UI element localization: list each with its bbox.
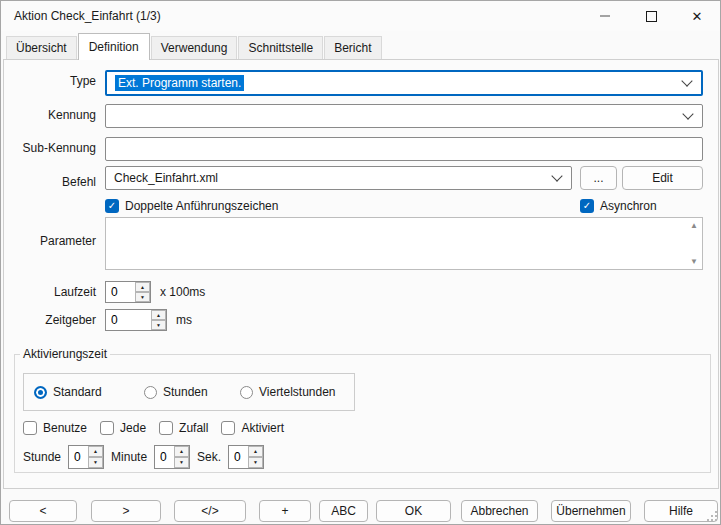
aktiviert-checkbox[interactable]: Aktiviert [221, 421, 284, 435]
zufall-checkbox-label: Zufall [179, 421, 208, 435]
sub-kennung-label: Sub-Kennung [4, 141, 96, 155]
radio-viertelstunden-label: Viertelstunden [259, 385, 336, 399]
type-combobox[interactable]: Ext. Programm starten. [105, 70, 703, 96]
checkbox-unchecked-icon [221, 421, 235, 435]
radio-unselected-icon [144, 386, 157, 399]
spin-down-icon[interactable]: ▼ [174, 457, 189, 468]
stunde-input[interactable] [69, 446, 88, 468]
sekunde-input[interactable] [229, 446, 248, 468]
radio-stunden-label: Stunden [163, 385, 208, 399]
sub-kennung-input[interactable] [114, 141, 694, 157]
chevron-down-icon [682, 108, 693, 119]
mode-radio-group: Standard Stunden Viertelstunden [23, 373, 355, 411]
jede-checkbox[interactable]: Jede [100, 421, 146, 435]
next-button[interactable]: > [91, 500, 161, 522]
double-quotes-checkbox[interactable]: ✓ Doppelte Anführungszeichen [105, 199, 278, 213]
code-button[interactable]: </> [174, 500, 246, 522]
minute-input[interactable] [155, 446, 174, 468]
befehl-combobox[interactable]: Check_Einfahrt.xml [105, 166, 572, 190]
spin-up-icon[interactable]: ▲ [88, 446, 103, 457]
radio-unselected-icon [240, 386, 253, 399]
tab-definition[interactable]: Definition [78, 33, 150, 60]
tab-verwendung[interactable]: Verwendung [151, 36, 238, 59]
kennung-combobox[interactable] [105, 104, 703, 128]
radio-standard[interactable]: Standard [34, 385, 102, 399]
radio-stunden[interactable]: Stunden [144, 385, 208, 399]
radio-standard-label: Standard [53, 385, 102, 399]
laufzeit-input[interactable] [106, 282, 135, 302]
spin-up-icon[interactable]: ▲ [174, 446, 189, 457]
titlebar: Aktion Check_Einfahrt (1/3) ✕ [1, 1, 720, 31]
spin-down-icon[interactable]: ▼ [248, 457, 263, 468]
close-icon: ✕ [692, 10, 703, 23]
spin-down-icon[interactable]: ▼ [151, 320, 166, 330]
apply-button[interactable]: Übernehmen [551, 500, 631, 522]
laufzeit-label: Laufzeit [4, 285, 96, 299]
benutze-checkbox-label: Benutze [43, 421, 87, 435]
checkbox-checked-icon: ✓ [580, 199, 594, 213]
edit-button[interactable]: Edit [622, 166, 703, 190]
radio-selected-icon [34, 386, 47, 399]
checkbox-checked-icon: ✓ [105, 199, 119, 213]
aktivierungszeit-group-title: Aktivierungszeit [20, 347, 110, 361]
parameter-textarea[interactable] [106, 218, 686, 269]
parameter-textarea-wrap: ▲ ▼ [105, 217, 703, 270]
radio-viertelstunden[interactable]: Viertelstunden [240, 385, 336, 399]
spin-up-icon[interactable]: ▲ [151, 310, 166, 320]
spin-up-icon[interactable]: ▲ [135, 282, 150, 292]
abc-button[interactable]: ABC [319, 500, 368, 522]
kennung-label: Kennung [4, 108, 96, 122]
aktivierungszeit-group: Aktivierungszeit Standard Stunden Vierte… [14, 347, 711, 473]
befehl-selected-value: Check_Einfahrt.xml [114, 171, 218, 185]
ok-button[interactable]: OK [376, 500, 451, 522]
spin-up-icon[interactable]: ▲ [248, 446, 263, 457]
stunde-label: Stunde [23, 450, 61, 464]
minute-label: Minute [111, 450, 147, 464]
tab-bericht[interactable]: Bericht [324, 36, 381, 59]
laufzeit-stepper: ▲ ▼ [105, 281, 151, 303]
add-button[interactable]: + [259, 500, 311, 522]
time-spinner-row: Stunde ▲ ▼ Minute ▲ ▼ Sek. [23, 445, 264, 469]
laufzeit-unit: x 100ms [160, 285, 205, 299]
sekunde-stepper: ▲ ▼ [228, 445, 264, 469]
tab-uebersicht[interactable]: Übersicht [6, 36, 77, 59]
spin-down-icon[interactable]: ▼ [135, 292, 150, 302]
maximize-icon [646, 11, 657, 22]
option-checkbox-row: Benutze Jede Zufall Aktiviert [23, 421, 297, 435]
jede-checkbox-label: Jede [120, 421, 146, 435]
asynchron-checkbox-label: Asynchron [600, 199, 657, 213]
minimize-button[interactable] [582, 1, 628, 31]
prev-button[interactable]: < [9, 500, 77, 522]
minute-stepper: ▲ ▼ [154, 445, 190, 469]
browse-button[interactable]: ... [580, 166, 617, 190]
double-quotes-checkbox-label: Doppelte Anführungszeichen [125, 199, 278, 213]
definition-tab-panel: Type Ext. Programm starten. Kennung Sub-… [3, 59, 719, 489]
dialog-window: Aktion Check_Einfahrt (1/3) ✕ Übersicht … [0, 0, 721, 525]
zeitgeber-input[interactable] [106, 310, 151, 330]
window-title: Aktion Check_Einfahrt (1/3) [1, 9, 161, 23]
scroll-down-icon[interactable]: ▼ [688, 257, 700, 266]
befehl-label: Befehl [4, 175, 96, 189]
chevron-down-icon [681, 75, 692, 86]
zufall-checkbox[interactable]: Zufall [159, 421, 208, 435]
tab-schnittstelle[interactable]: Schnittstelle [238, 36, 323, 59]
window-controls: ✕ [582, 1, 720, 31]
chevron-down-icon [551, 170, 562, 181]
benutze-checkbox[interactable]: Benutze [23, 421, 87, 435]
cancel-button[interactable]: Abbrechen [461, 500, 538, 522]
maximize-button[interactable] [628, 1, 674, 31]
minimize-icon [600, 15, 610, 17]
close-button[interactable]: ✕ [674, 1, 720, 31]
spin-down-icon[interactable]: ▼ [88, 457, 103, 468]
type-selected-value: Ext. Programm starten. [115, 75, 244, 91]
aktiviert-checkbox-label: Aktiviert [241, 421, 284, 435]
resize-grip[interactable] [708, 512, 717, 521]
scroll-up-icon[interactable]: ▲ [688, 221, 700, 230]
checkbox-unchecked-icon [100, 421, 114, 435]
type-label: Type [4, 74, 96, 88]
asynchron-checkbox[interactable]: ✓ Asynchron [580, 199, 657, 213]
zeitgeber-stepper: ▲ ▼ [105, 309, 167, 331]
zeitgeber-unit: ms [176, 313, 192, 327]
zeitgeber-label: Zeitgeber [4, 313, 96, 327]
checkbox-unchecked-icon [159, 421, 173, 435]
